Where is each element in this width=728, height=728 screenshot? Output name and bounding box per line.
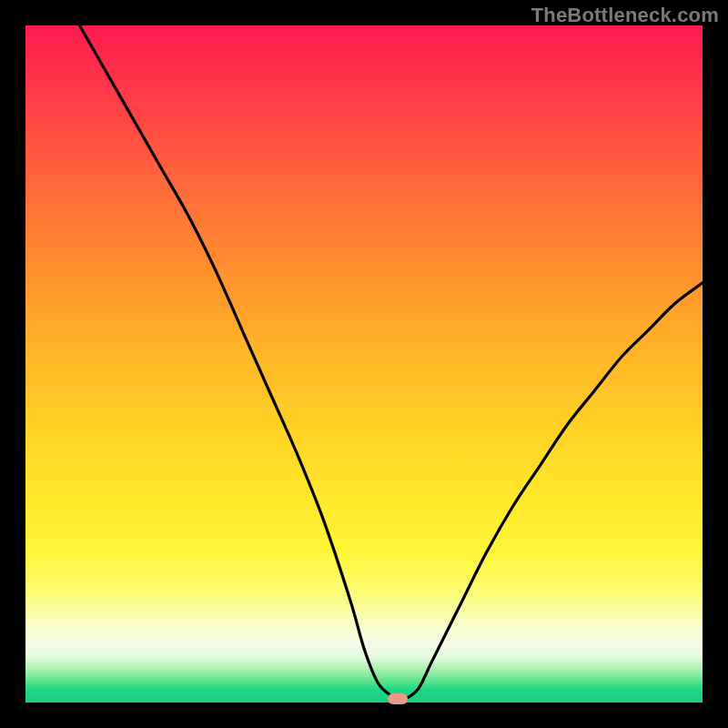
watermark-text: TheBottleneck.com xyxy=(531,4,719,27)
optimal-point-marker xyxy=(388,693,408,704)
bottleneck-curve xyxy=(25,25,703,703)
chart-frame: TheBottleneck.com xyxy=(0,0,728,728)
plot-area xyxy=(25,25,703,703)
